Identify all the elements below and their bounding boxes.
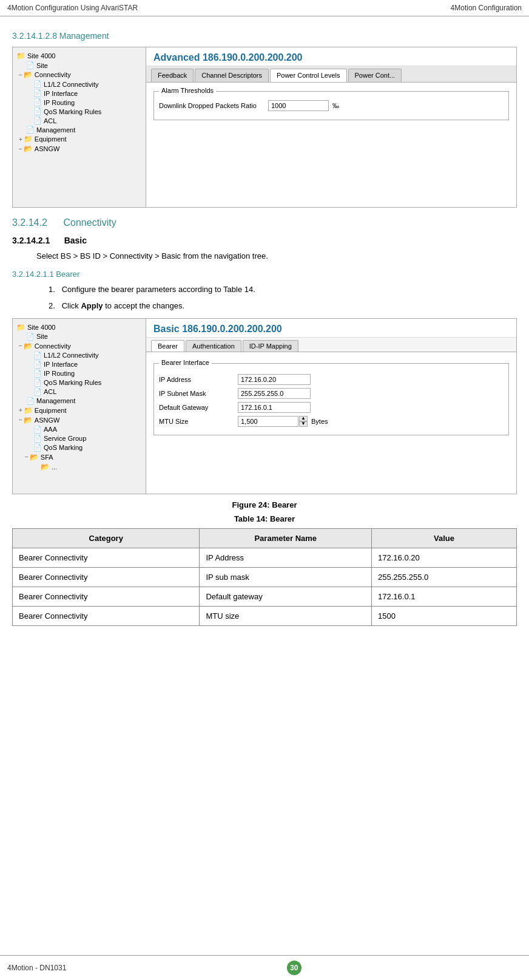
section-basic-heading: 3.2.14.2.1 Basic	[12, 236, 517, 245]
spinner-down-button[interactable]: ▼	[299, 421, 308, 427]
bearer-tab-bar: Bearer Authentication ID-IP Mapping	[146, 338, 516, 352]
folder-closed-icon: 📁	[24, 135, 33, 143]
downlink-label: Downlink Dropped Packets Ratio	[159, 102, 268, 109]
tab-power-control[interactable]: Power Control Levels	[270, 69, 347, 82]
bearer-sub-heading: 3.2.14.2.1.1 Bearer	[12, 270, 517, 279]
section-heading-1: 3.2.14.1.2.8 Management	[12, 31, 517, 41]
tree-item-8: 📄 Management	[16, 125, 142, 134]
tree-label-10: ASNGW	[35, 145, 60, 152]
b-minus-icon-3: −	[25, 454, 29, 460]
alarm-group: Alarm Thresholds Downlink Dropped Packet…	[153, 91, 509, 120]
tree-label-7: ACL	[44, 117, 56, 124]
alarm-group-label: Alarm Thresholds	[159, 87, 216, 94]
basic-heading: 3.2.14.2.1 Basic	[12, 236, 87, 245]
b-tree-item-8: 📄 Management	[16, 396, 142, 406]
b-tree-label-10: ASNGW	[35, 417, 60, 424]
tab-bearer[interactable]: Bearer	[151, 340, 184, 352]
page-header: 4Motion Configuration Using AlvariSTAR 4…	[0, 0, 529, 16]
table-cell: 172.16.0.1	[372, 587, 517, 606]
step1: 1. Configure the bearer parameters accor…	[49, 284, 517, 296]
tab-id-ip-mapping[interactable]: ID-IP Mapping	[243, 340, 298, 352]
tree-label-8: Management	[36, 126, 75, 134]
b-page-icon-9: 📄	[33, 435, 42, 443]
table-cell: 172.16.0.20	[372, 548, 517, 567]
gateway-row: Default Gateway	[159, 402, 504, 413]
tree-label-3: L1/L2 Connectivity	[44, 81, 99, 88]
management-panel: 📁 Site 4000 📄 Site − 📂 Connectivity 📄 L1…	[12, 47, 517, 208]
mtu-row: MTU Size ▲ ▼ Bytes	[159, 416, 504, 427]
tree-label-9: Equipment	[35, 135, 67, 143]
mtu-spinner: ▲ ▼ Bytes	[238, 416, 328, 427]
gateway-input[interactable]	[238, 402, 311, 413]
page-icon-7: 📄	[26, 126, 35, 134]
footer-left: 4Motion - DN1031	[7, 964, 66, 972]
tree-item-3: 📄 L1/L2 Connectivity	[16, 80, 142, 89]
apply-text: Apply	[81, 301, 103, 310]
b-tree-label-15: ...	[52, 463, 57, 471]
col-header-value: Value	[372, 528, 517, 548]
management-main-panel: Advanced 186.190.0.200.200.200 Feedback …	[146, 47, 516, 207]
b-page-icon-2: 📄	[33, 352, 42, 359]
table-cell: Bearer Connectivity	[13, 587, 200, 606]
bearer-panel-title: Basic 186.190.0.200.200.200	[153, 324, 509, 335]
table-cell: 1500	[372, 606, 517, 625]
downlink-unit: ‰	[332, 102, 339, 109]
b-tree-item-7: 📄 ACL	[16, 387, 142, 396]
table-cell: Bearer Connectivity	[13, 567, 200, 587]
b-tree-item-5: 📄 IP Routing	[16, 369, 142, 378]
b-tree-label-11: AAA	[44, 426, 57, 433]
b-tree-item-3: 📄 L1/L2 Connectivity	[16, 351, 142, 360]
plus-icon: +	[19, 136, 22, 143]
section2-heading-container: 3.2.14.2 Connectivity	[12, 217, 517, 228]
col-header-category: Category	[13, 528, 200, 548]
bearer-group-label: Bearer Interface	[159, 359, 212, 366]
b-page-icon: 📄	[26, 333, 35, 341]
downlink-input[interactable]	[268, 100, 329, 111]
tab-power-cont[interactable]: Power Cont...	[348, 69, 402, 82]
b-tree-item-14: − 📂 SFA	[16, 452, 142, 462]
tab-channel-descriptors[interactable]: Channel Descriptors	[195, 69, 269, 82]
table-row: Bearer ConnectivityIP sub mask255.255.25…	[13, 567, 517, 587]
page-icon: 📄	[26, 61, 35, 69]
b-tree-item-15: 📂 ...	[16, 462, 142, 472]
header-left: 4Motion Configuration Using AlvariSTAR	[7, 4, 138, 12]
b-tree-label-4: IP Interface	[44, 361, 78, 368]
panel-title-1: Advanced 186.190.0.200.200.200	[153, 52, 509, 63]
b-tree-label-9: Equipment	[35, 407, 67, 414]
ip-address-input[interactable]	[238, 374, 311, 385]
mtu-input[interactable]	[238, 416, 298, 427]
b-folder-open-icon-5: 📂	[41, 463, 50, 471]
b-tree-item-2: − 📂 Connectivity	[16, 341, 142, 351]
tab-feedback[interactable]: Feedback	[151, 69, 194, 82]
tree-label-4: IP Interface	[44, 90, 78, 97]
b-tree-item-4: 📄 IP Interface	[16, 360, 142, 369]
page-icon-5: 📄	[33, 107, 42, 115]
tree-item-0: 📁 Site 4000	[16, 51, 142, 61]
b-tree-item-1: 📄 Site	[16, 332, 142, 341]
page-icon-4: 📄	[33, 98, 42, 106]
b-tree-label-14: SFA	[41, 454, 53, 461]
b-page-icon-3: 📄	[33, 361, 42, 369]
basic-body-text: Select BS > BS ID > Connectivity > Basic…	[36, 250, 517, 262]
tab-authentication[interactable]: Authentication	[186, 340, 241, 352]
b-tree-item-9: + 📁 Equipment	[16, 406, 142, 415]
tree-item-5: 📄 IP Routing	[16, 98, 142, 107]
header-right: 4Motion Configuration	[451, 4, 522, 12]
subnet-mask-input[interactable]	[238, 388, 311, 399]
b-tree-label-0: Site 4000	[27, 324, 55, 331]
b-minus-icon-2: −	[19, 417, 22, 423]
tab-bar-1: Feedback Channel Descriptors Power Contr…	[146, 66, 516, 83]
bearer-interface-group: Bearer Interface IP Address IP Subnet Ma…	[153, 363, 509, 435]
b-page-icon-10: 📄	[33, 444, 42, 452]
page-icon-6: 📄	[33, 117, 42, 124]
tree-panel-1: 📁 Site 4000 📄 Site − 📂 Connectivity 📄 L1…	[13, 47, 146, 207]
folder-open-icon-2: 📂	[24, 70, 33, 79]
tree-label-2: Connectivity	[35, 71, 71, 78]
col-header-param: Parameter Name	[200, 528, 372, 548]
b-folder-open-icon: 📁	[16, 323, 25, 332]
table-cell: Default gateway	[200, 587, 372, 606]
b-tree-label-5: IP Routing	[44, 370, 75, 377]
b-folder-open-icon-4: 📂	[30, 453, 39, 461]
tree-item-10: − 📂 ASNGW	[16, 144, 142, 154]
section2-heading: 3.2.14.2 Connectivity	[12, 217, 116, 228]
